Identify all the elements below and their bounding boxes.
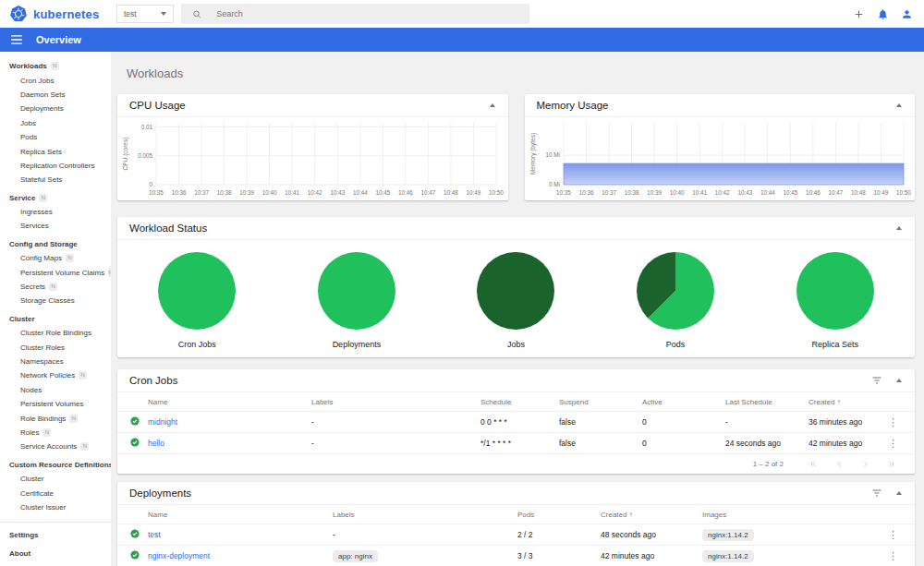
namespace-selector[interactable]: test [116,5,174,23]
schedule-cell: 0 0 * * * [480,417,559,427]
kebab-menu-icon[interactable]: ⋮ [884,550,902,561]
column-header-created[interactable]: Created ↑ [601,511,702,519]
actions-cell: ⋮ [878,416,902,428]
sidebar-item-service-accounts[interactable]: Service AccountsN [0,440,111,453]
column-header-pods[interactable]: Pods [517,511,601,519]
sidebar-item-pods[interactable]: Pods [0,130,111,144]
pie-chart-replica-sets[interactable] [796,252,874,330]
add-resource-button[interactable] [853,8,865,20]
svg-text:0.005: 0.005 [138,152,152,159]
filter-icon[interactable] [871,488,882,498]
column-header-created[interactable]: Created ↑ [808,398,878,406]
kebab-menu-icon[interactable]: ⋮ [884,438,902,449]
sidebar-item-storage-classes[interactable]: Storage Classes [0,294,111,307]
collapse-icon[interactable] [489,102,496,108]
workload-status-item: Cron Jobs [121,252,273,349]
pie-chart-deployments[interactable] [318,252,395,330]
sidebar-item-nodes[interactable]: Nodes [0,383,111,397]
svg-text:10:38: 10:38 [217,189,232,196]
sidebar-section-cluster[interactable]: Cluster [0,312,111,326]
page-breadcrumb: Overview [36,34,81,45]
filter-icon[interactable] [871,376,882,385]
pie-chart-pods[interactable] [637,252,714,330]
schedule-cell: */1 * * * * [480,439,559,448]
sort-arrow-icon: ↑ [837,398,841,406]
last-page-button[interactable] [882,460,900,468]
sidebar-item-network-policies[interactable]: Network PoliciesN [0,368,111,382]
svg-text:10:49: 10:49 [873,189,888,196]
pie-chart-cron-jobs[interactable] [158,252,236,330]
resource-link[interactable]: test [148,530,161,539]
sidebar-item-persistent-volumes[interactable]: Persistent Volumes [0,397,111,411]
sidebar-item-certificate[interactable]: Certificate [0,486,111,500]
column-header-labels[interactable]: Labels [333,511,517,519]
account-button[interactable] [901,8,913,20]
previous-page-button[interactable] [831,460,848,468]
kebab-menu-icon[interactable]: ⋮ [884,416,902,428]
sidebar-section-config-and-storage[interactable]: Config and Storage [0,237,111,251]
sidebar-item-namespaces[interactable]: Namespaces [0,355,111,368]
menu-button[interactable] [10,34,23,45]
search-input[interactable] [214,8,518,19]
sidebar-section-label: Workloads [9,62,47,70]
sidebar-item-ingresses[interactable]: Ingresses [0,205,111,219]
resource-link[interactable]: hello [148,439,164,448]
sidebar-item-stateful-sets[interactable]: Stateful Sets [0,173,111,187]
column-header-labels[interactable]: Labels [311,398,480,406]
pie-label: Jobs [507,340,525,349]
sidebar-item-jobs[interactable]: Jobs [0,116,111,130]
sidebar-item-services[interactable]: Services [0,219,111,233]
sidebar-item-replica-sets[interactable]: Replica Sets [0,144,111,158]
sidebar-item-cluster[interactable]: Cluster [0,472,111,486]
namespaced-badge: N [43,428,51,437]
svg-text:10:44: 10:44 [353,189,368,196]
sidebar-item-label: About [9,549,30,558]
column-header-name[interactable]: Name [148,398,311,406]
column-header-last-schedule[interactable]: Last Schedule [725,398,808,406]
column-header-schedule[interactable]: Schedule [480,398,559,406]
column-header-name[interactable]: Name [148,511,333,519]
sidebar-item-label: Role Bindings [20,415,66,423]
resource-link[interactable]: midnight [148,417,177,427]
sidebar-item-cluster-roles[interactable]: Cluster Roles [0,340,111,354]
sidebar-item-cluster-role-bindings[interactable]: Cluster Role Bindings [0,326,111,340]
sidebar-item-config-maps[interactable]: Config MapsN [0,251,111,265]
first-page-button[interactable] [805,460,822,468]
sidebar-section-service[interactable]: ServiceN [0,191,111,205]
kubernetes-logo[interactable]: kubernetes [9,5,113,23]
svg-text:10:37: 10:37 [602,189,616,196]
collapse-icon[interactable] [895,225,903,231]
column-header-suspend[interactable]: Suspend [559,398,642,406]
notifications-button[interactable] [877,8,889,20]
sidebar-section-custom-resource-definitions[interactable]: Custom Resource Definitions [0,458,111,472]
sidebar-item-deployments[interactable]: Deployments [0,102,111,115]
sidebar-item-role-bindings[interactable]: Role BindingsN [0,411,111,425]
sidebar-item-settings[interactable]: Settings [0,528,111,542]
kebab-menu-icon[interactable]: ⋮ [884,529,902,540]
sidebar-item-about[interactable]: About [0,547,111,560]
sidebar-item-cluster-issuer[interactable]: Cluster Issuer [0,500,111,514]
pagination-range: 1 – 2 of 2 [753,460,784,468]
svg-text:10:42: 10:42 [714,189,729,196]
pie-chart-jobs[interactable] [477,252,554,330]
table-row: midnight-0 0 * * *false0-36 minutes ago⋮ [117,412,915,433]
collapse-icon[interactable] [895,490,903,496]
sidebar-item-cron-jobs[interactable]: Cron Jobs [0,73,111,87]
next-page-button[interactable] [857,460,874,468]
sidebar: WorkloadsNCron JobsDaemon SetsDeployment… [0,52,111,566]
sidebar-item-roles[interactable]: RolesN [0,426,111,440]
resource-link[interactable]: nginx-deployment [148,551,210,560]
sidebar-item-label: Cluster Issuer [20,503,66,512]
images-cell: nginx:1.14.2 [702,550,878,562]
collapse-icon[interactable] [895,102,903,108]
sidebar-item-replication-controllers[interactable]: Replication Controllers [0,159,111,173]
sidebar-item-persistent-volume-claims[interactable]: Persistent Volume ClaimsN [0,265,111,279]
hamburger-icon [10,34,23,45]
sidebar-item-secrets[interactable]: SecretsN [0,280,111,294]
sidebar-section-workloads[interactable]: WorkloadsN [0,59,111,73]
svg-text:10:50: 10:50 [896,189,911,196]
column-header-active[interactable]: Active [642,398,725,406]
sidebar-item-daemon-sets[interactable]: Daemon Sets [0,88,111,102]
collapse-icon[interactable] [895,378,903,383]
column-header-images[interactable]: Images [702,511,878,519]
